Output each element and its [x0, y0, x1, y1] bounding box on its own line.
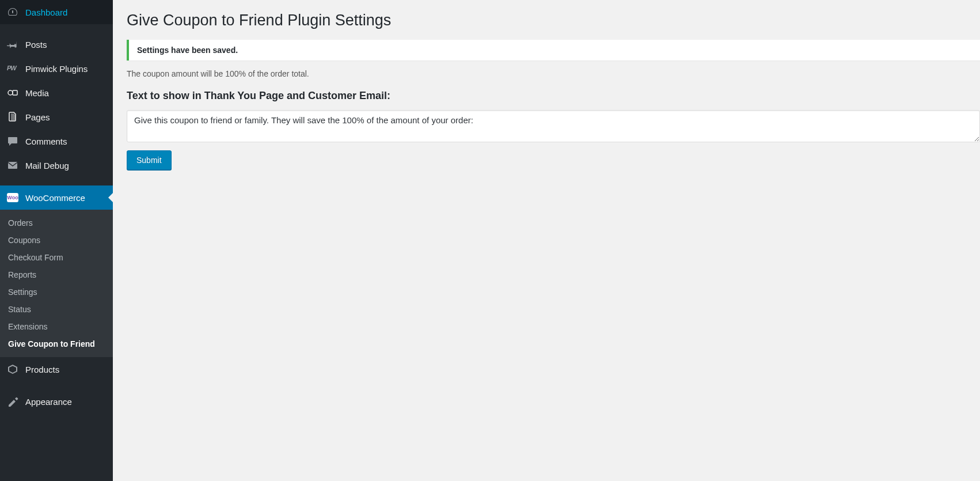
sidebar-item-dashboard[interactable]: Dashboard: [0, 0, 113, 24]
sidebar-item-mail-debug[interactable]: Mail Debug: [0, 153, 113, 177]
pages-icon: [7, 111, 18, 123]
admin-sidebar: Dashboard Posts PW Pimwick Plugins Media…: [0, 0, 113, 481]
pimwick-icon: PW: [7, 63, 18, 74]
sidebar-item-label: Appearance: [25, 397, 72, 407]
svg-rect-2: [8, 162, 17, 169]
sidebar-item-posts[interactable]: Posts: [0, 32, 113, 56]
submenu-item-status[interactable]: Status: [0, 301, 113, 318]
submenu-item-orders[interactable]: Orders: [0, 214, 113, 232]
sidebar-item-label: Mail Debug: [25, 161, 69, 171]
sidebar-item-woocommerce[interactable]: Woo WooCommerce: [0, 185, 113, 210]
sidebar-item-label: Posts: [25, 40, 47, 50]
products-icon: [7, 363, 18, 375]
svg-point-0: [8, 90, 13, 95]
woocommerce-icon: Woo: [7, 192, 18, 203]
sidebar-item-label: Pimwick Plugins: [25, 64, 88, 74]
submenu-item-extensions[interactable]: Extensions: [0, 318, 113, 335]
sidebar-item-pages[interactable]: Pages: [0, 105, 113, 129]
main-content: Give Coupon to Friend Plugin Settings Se…: [113, 0, 980, 481]
submenu-item-checkout-form[interactable]: Checkout Form: [0, 249, 113, 266]
submenu-item-settings[interactable]: Settings: [0, 283, 113, 301]
submenu-item-reports[interactable]: Reports: [0, 266, 113, 283]
sidebar-item-comments[interactable]: Comments: [0, 129, 113, 153]
pin-icon: [7, 39, 18, 50]
mail-icon: [7, 160, 18, 171]
sidebar-item-label: WooCommerce: [25, 193, 85, 203]
notice-text: Settings have been saved.: [137, 46, 238, 55]
sidebar-item-label: Media: [25, 88, 49, 98]
thank-you-text-input[interactable]: [127, 110, 980, 142]
sidebar-item-media[interactable]: Media: [0, 81, 113, 105]
dashboard-icon: [7, 6, 18, 18]
page-title: Give Coupon to Friend Plugin Settings: [127, 12, 980, 29]
submit-button[interactable]: Submit: [127, 150, 172, 170]
media-icon: [7, 87, 18, 99]
coupon-description: The coupon amount will be 100% of the or…: [127, 69, 980, 78]
sidebar-item-pimwick[interactable]: PW Pimwick Plugins: [0, 56, 113, 81]
woocommerce-submenu: Orders Coupons Checkout Form Reports Set…: [0, 210, 113, 357]
success-notice: Settings have been saved.: [127, 40, 980, 60]
section-label: Text to show in Thank You Page and Custo…: [127, 90, 980, 102]
sidebar-item-label: Comments: [25, 137, 67, 146]
sidebar-item-label: Products: [25, 365, 59, 374]
comments-icon: [7, 135, 18, 147]
sidebar-item-appearance[interactable]: Appearance: [0, 389, 113, 414]
svg-rect-1: [13, 90, 17, 95]
sidebar-item-products[interactable]: Products: [0, 357, 113, 381]
sidebar-item-label: Pages: [25, 112, 50, 122]
appearance-icon: [7, 396, 18, 407]
sidebar-item-label: Dashboard: [25, 7, 67, 17]
submenu-item-give-coupon[interactable]: Give Coupon to Friend: [0, 335, 113, 353]
submenu-item-coupons[interactable]: Coupons: [0, 232, 113, 249]
